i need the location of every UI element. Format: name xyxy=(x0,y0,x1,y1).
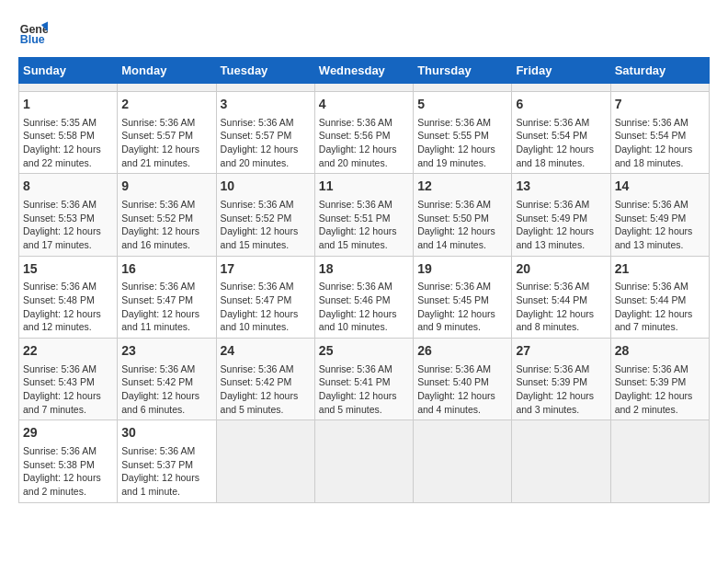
day-info: Sunrise: 5:36 AMSunset: 5:54 PMDaylight:… xyxy=(615,117,693,168)
day-info: Sunrise: 5:36 AMSunset: 5:43 PMDaylight:… xyxy=(23,363,101,415)
calendar-cell: 23Sunrise: 5:36 AMSunset: 5:42 PMDayligh… xyxy=(118,339,216,420)
day-info: Sunrise: 5:36 AMSunset: 5:51 PMDaylight:… xyxy=(319,199,397,250)
day-number: 28 xyxy=(615,342,705,361)
day-info: Sunrise: 5:36 AMSunset: 5:49 PMDaylight:… xyxy=(516,199,594,250)
day-number: 27 xyxy=(516,342,606,361)
day-number: 22 xyxy=(23,342,113,361)
day-number: 11 xyxy=(319,178,409,196)
calendar-cell: 27Sunrise: 5:36 AMSunset: 5:39 PMDayligh… xyxy=(512,339,610,420)
day-info: Sunrise: 5:36 AMSunset: 5:57 PMDaylight:… xyxy=(221,117,299,168)
day-info: Sunrise: 5:36 AMSunset: 5:54 PMDaylight:… xyxy=(516,117,594,168)
calendar-cell: 12Sunrise: 5:36 AMSunset: 5:50 PMDayligh… xyxy=(414,174,512,256)
calendar-cell xyxy=(610,84,709,92)
day-info: Sunrise: 5:36 AMSunset: 5:52 PMDaylight:… xyxy=(121,199,199,250)
calendar-cell: 20Sunrise: 5:36 AMSunset: 5:44 PMDayligh… xyxy=(512,256,610,338)
day-info: Sunrise: 5:36 AMSunset: 5:53 PMDaylight:… xyxy=(23,199,101,250)
day-info: Sunrise: 5:36 AMSunset: 5:47 PMDaylight:… xyxy=(121,281,199,332)
calendar-cell: 8Sunrise: 5:36 AMSunset: 5:53 PMDaylight… xyxy=(19,174,118,256)
day-info: Sunrise: 5:36 AMSunset: 5:50 PMDaylight:… xyxy=(417,199,495,250)
calendar-header-row: SundayMondayTuesdayWednesdayThursdayFrid… xyxy=(19,58,710,84)
logo: General Blue xyxy=(18,18,51,48)
calendar-cell: 7Sunrise: 5:36 AMSunset: 5:54 PMDaylight… xyxy=(610,92,709,174)
calendar-cell xyxy=(414,84,512,92)
day-number: 12 xyxy=(417,178,507,196)
day-header-sunday: Sunday xyxy=(19,58,118,84)
calendar-cell: 22Sunrise: 5:36 AMSunset: 5:43 PMDayligh… xyxy=(19,339,118,420)
day-number: 9 xyxy=(121,178,211,196)
calendar-cell: 26Sunrise: 5:36 AMSunset: 5:40 PMDayligh… xyxy=(414,339,512,420)
day-info: Sunrise: 5:36 AMSunset: 5:57 PMDaylight:… xyxy=(121,117,199,168)
day-info: Sunrise: 5:36 AMSunset: 5:44 PMDaylight:… xyxy=(516,281,594,332)
day-number: 21 xyxy=(615,260,705,279)
day-info: Sunrise: 5:36 AMSunset: 5:44 PMDaylight:… xyxy=(615,281,693,332)
calendar-cell: 3Sunrise: 5:36 AMSunset: 5:57 PMDaylight… xyxy=(216,92,314,174)
day-number: 10 xyxy=(221,178,311,196)
day-info: Sunrise: 5:36 AMSunset: 5:56 PMDaylight:… xyxy=(319,117,397,168)
day-number: 17 xyxy=(221,260,311,279)
calendar-cell xyxy=(314,84,413,92)
day-number: 7 xyxy=(615,96,705,114)
day-number: 20 xyxy=(516,260,606,279)
calendar-cell: 25Sunrise: 5:36 AMSunset: 5:41 PMDayligh… xyxy=(314,339,413,420)
day-info: Sunrise: 5:36 AMSunset: 5:42 PMDaylight:… xyxy=(221,363,299,415)
calendar-cell xyxy=(414,420,512,502)
calendar-week-row: 1Sunrise: 5:35 AMSunset: 5:58 PMDaylight… xyxy=(19,92,710,174)
day-info: Sunrise: 5:36 AMSunset: 5:40 PMDaylight:… xyxy=(417,363,495,415)
day-info: Sunrise: 5:36 AMSunset: 5:52 PMDaylight:… xyxy=(221,199,299,250)
calendar-cell: 17Sunrise: 5:36 AMSunset: 5:47 PMDayligh… xyxy=(216,256,314,338)
day-number: 8 xyxy=(23,178,113,196)
day-info: Sunrise: 5:36 AMSunset: 5:37 PMDaylight:… xyxy=(121,445,199,497)
day-number: 24 xyxy=(221,342,311,361)
calendar-cell xyxy=(512,420,610,502)
calendar-cell: 5Sunrise: 5:36 AMSunset: 5:55 PMDaylight… xyxy=(414,92,512,174)
day-number: 4 xyxy=(319,96,409,114)
svg-text:Blue: Blue xyxy=(20,33,45,46)
logo-icon: General Blue xyxy=(18,18,48,48)
day-number: 14 xyxy=(615,178,705,196)
calendar-cell: 9Sunrise: 5:36 AMSunset: 5:52 PMDaylight… xyxy=(118,174,216,256)
calendar-cell xyxy=(216,420,314,502)
day-info: Sunrise: 5:36 AMSunset: 5:48 PMDaylight:… xyxy=(23,281,101,332)
calendar-table: SundayMondayTuesdayWednesdayThursdayFrid… xyxy=(18,57,710,503)
calendar-cell xyxy=(610,420,709,502)
calendar-cell xyxy=(216,84,314,92)
calendar-cell: 2Sunrise: 5:36 AMSunset: 5:57 PMDaylight… xyxy=(118,92,216,174)
calendar-cell xyxy=(314,420,413,502)
calendar-cell: 15Sunrise: 5:36 AMSunset: 5:48 PMDayligh… xyxy=(19,256,118,338)
calendar-cell: 10Sunrise: 5:36 AMSunset: 5:52 PMDayligh… xyxy=(216,174,314,256)
calendar-week-row: 22Sunrise: 5:36 AMSunset: 5:43 PMDayligh… xyxy=(19,339,710,420)
calendar-cell: 6Sunrise: 5:36 AMSunset: 5:54 PMDaylight… xyxy=(512,92,610,174)
calendar-cell: 13Sunrise: 5:36 AMSunset: 5:49 PMDayligh… xyxy=(512,174,610,256)
calendar-week-row: 15Sunrise: 5:36 AMSunset: 5:48 PMDayligh… xyxy=(19,256,710,338)
calendar-cell: 21Sunrise: 5:36 AMSunset: 5:44 PMDayligh… xyxy=(610,256,709,338)
calendar-cell: 19Sunrise: 5:36 AMSunset: 5:45 PMDayligh… xyxy=(414,256,512,338)
day-number: 30 xyxy=(121,424,211,442)
day-number: 23 xyxy=(121,342,211,361)
day-number: 2 xyxy=(121,96,211,114)
day-info: Sunrise: 5:36 AMSunset: 5:47 PMDaylight:… xyxy=(221,281,299,332)
calendar-cell: 29Sunrise: 5:36 AMSunset: 5:38 PMDayligh… xyxy=(19,420,118,502)
day-header-wednesday: Wednesday xyxy=(314,58,413,84)
calendar-cell: 18Sunrise: 5:36 AMSunset: 5:46 PMDayligh… xyxy=(314,256,413,338)
day-header-friday: Friday xyxy=(512,58,610,84)
day-number: 6 xyxy=(516,96,606,114)
day-number: 25 xyxy=(319,342,409,361)
day-info: Sunrise: 5:36 AMSunset: 5:38 PMDaylight:… xyxy=(23,445,101,497)
day-info: Sunrise: 5:36 AMSunset: 5:45 PMDaylight:… xyxy=(417,281,495,332)
day-header-thursday: Thursday xyxy=(414,58,512,84)
day-number: 29 xyxy=(23,424,113,442)
day-number: 3 xyxy=(221,96,311,114)
calendar-cell xyxy=(118,84,216,92)
calendar-cell: 30Sunrise: 5:36 AMSunset: 5:37 PMDayligh… xyxy=(118,420,216,502)
calendar-week-row xyxy=(19,84,710,92)
calendar-cell xyxy=(19,84,118,92)
day-info: Sunrise: 5:36 AMSunset: 5:42 PMDaylight:… xyxy=(121,363,199,415)
calendar-week-row: 8Sunrise: 5:36 AMSunset: 5:53 PMDaylight… xyxy=(19,174,710,256)
day-info: Sunrise: 5:36 AMSunset: 5:46 PMDaylight:… xyxy=(319,281,397,332)
day-header-saturday: Saturday xyxy=(610,58,709,84)
day-info: Sunrise: 5:36 AMSunset: 5:39 PMDaylight:… xyxy=(615,363,693,415)
day-number: 16 xyxy=(121,260,211,279)
calendar-cell: 14Sunrise: 5:36 AMSunset: 5:49 PMDayligh… xyxy=(610,174,709,256)
day-number: 15 xyxy=(23,260,113,279)
calendar-cell: 4Sunrise: 5:36 AMSunset: 5:56 PMDaylight… xyxy=(314,92,413,174)
